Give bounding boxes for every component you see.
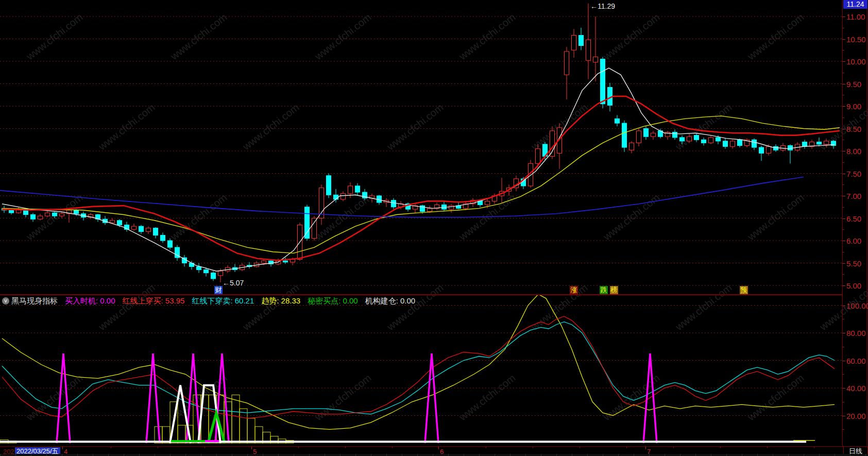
event-marker[interactable]: 财 bbox=[214, 286, 223, 294]
candle-up bbox=[38, 214, 43, 221]
axis-tick bbox=[842, 95, 844, 95]
axis-label: 6.00 bbox=[846, 237, 861, 245]
candle-down bbox=[233, 264, 237, 272]
axis-tick bbox=[842, 174, 845, 174]
week-tick bbox=[767, 447, 768, 448]
axis-tick bbox=[842, 374, 844, 375]
indicator-panel-chart[interactable] bbox=[0, 295, 842, 446]
candle-up bbox=[348, 182, 353, 198]
axis-tick bbox=[842, 274, 844, 275]
volume-outline-bar bbox=[162, 427, 170, 443]
main-price-chart[interactable] bbox=[0, 0, 842, 295]
candle-down bbox=[694, 133, 699, 142]
buy-signal-spike bbox=[57, 353, 70, 443]
candle-down bbox=[31, 213, 36, 222]
axis-tick bbox=[842, 241, 845, 241]
week-tick bbox=[392, 447, 393, 448]
candle-up bbox=[637, 129, 641, 147]
axis-tick bbox=[842, 73, 844, 73]
candle-up bbox=[557, 123, 562, 169]
ind-line-cyan bbox=[2, 322, 835, 414]
collapse-indicator-icon[interactable]: v bbox=[2, 297, 9, 305]
ind-line-yellow bbox=[2, 295, 835, 429]
candle-up bbox=[565, 47, 569, 99]
axis-label: 5.00 bbox=[846, 281, 861, 290]
scroll-strip[interactable] bbox=[0, 454, 868, 456]
month-tick bbox=[645, 447, 646, 449]
candle-up bbox=[464, 201, 468, 210]
candle-up bbox=[810, 140, 814, 148]
month-tick bbox=[438, 447, 439, 449]
axis-tick bbox=[842, 162, 844, 163]
candle-down bbox=[154, 227, 158, 239]
candle-down bbox=[622, 121, 627, 152]
axis-tick bbox=[842, 319, 844, 319]
axis-tick bbox=[842, 429, 844, 430]
candle-up bbox=[593, 16, 598, 81]
indicator-field-institution-position: 机构建仓: 0.00 bbox=[365, 296, 416, 306]
volume-outline-bar bbox=[255, 427, 263, 443]
axis-label: 7.00 bbox=[846, 192, 861, 200]
ma-line-blue bbox=[0, 177, 804, 217]
axis-label: 10.50 bbox=[846, 35, 866, 44]
week-tick bbox=[345, 447, 346, 448]
indicator-field-secret-buy-point: 秘密买点: 0.00 bbox=[308, 296, 358, 306]
candle-down bbox=[197, 263, 201, 273]
ma-line-yellow bbox=[2, 116, 840, 253]
candle-down bbox=[53, 211, 57, 218]
indicator-name: 黑马现身指标 bbox=[11, 296, 58, 306]
volume-outline-bar bbox=[232, 395, 240, 443]
candle-down bbox=[673, 129, 677, 140]
candle-up bbox=[500, 178, 504, 202]
event-marker[interactable]: 预 bbox=[740, 286, 748, 294]
event-marker[interactable]: 榜 bbox=[610, 286, 618, 294]
candle-up bbox=[629, 141, 634, 153]
event-marker[interactable]: 涨 bbox=[570, 286, 578, 294]
axis-label: 11.00 bbox=[846, 12, 865, 21]
candle-up bbox=[45, 210, 50, 217]
candle-down bbox=[644, 126, 649, 140]
axis-label: 7.50 bbox=[846, 170, 861, 178]
candle-down bbox=[803, 140, 807, 148]
axis-tick bbox=[842, 117, 844, 118]
axis-tick bbox=[842, 151, 845, 151]
candle-down bbox=[355, 183, 360, 196]
event-marker[interactable]: 跌 bbox=[600, 286, 608, 294]
week-tick bbox=[580, 447, 580, 448]
candle-down bbox=[283, 258, 288, 264]
candle-down bbox=[579, 28, 584, 50]
candle-up bbox=[730, 140, 735, 148]
axis-label: 80.00 bbox=[846, 329, 866, 337]
axis-tick bbox=[842, 402, 844, 402]
buy-signal-spike bbox=[643, 353, 657, 443]
axis-tick bbox=[842, 28, 844, 28]
axis-label: 8.00 bbox=[846, 147, 861, 156]
volume-outline-bar bbox=[247, 418, 255, 443]
week-tick bbox=[814, 447, 814, 448]
month-tick bbox=[251, 447, 252, 449]
candle-down bbox=[817, 138, 822, 146]
buy-signal-spike bbox=[425, 353, 438, 443]
axis-tick bbox=[842, 196, 845, 196]
price-annotation: ←5.07 bbox=[223, 279, 244, 287]
candle-down bbox=[175, 245, 180, 261]
candle-down bbox=[363, 189, 367, 200]
axis-tick bbox=[842, 61, 845, 62]
axis-label: 8.50 bbox=[846, 125, 861, 133]
candle-down bbox=[211, 271, 216, 281]
axis-tick bbox=[842, 229, 844, 230]
candle-up bbox=[824, 139, 829, 147]
axis-tick bbox=[842, 306, 845, 306]
axis-label: 100.00 bbox=[846, 301, 868, 310]
candle-up bbox=[651, 131, 656, 140]
week-tick bbox=[533, 447, 533, 448]
candle-up bbox=[449, 204, 454, 213]
candle-up bbox=[89, 213, 93, 219]
candle-down bbox=[139, 225, 144, 234]
buy-signal-spike bbox=[146, 353, 160, 443]
candle-up bbox=[586, 4, 591, 79]
axis-tick bbox=[842, 106, 845, 107]
month-tick bbox=[62, 447, 63, 449]
candle-down bbox=[168, 239, 173, 250]
volume-outline-bar bbox=[240, 409, 247, 443]
